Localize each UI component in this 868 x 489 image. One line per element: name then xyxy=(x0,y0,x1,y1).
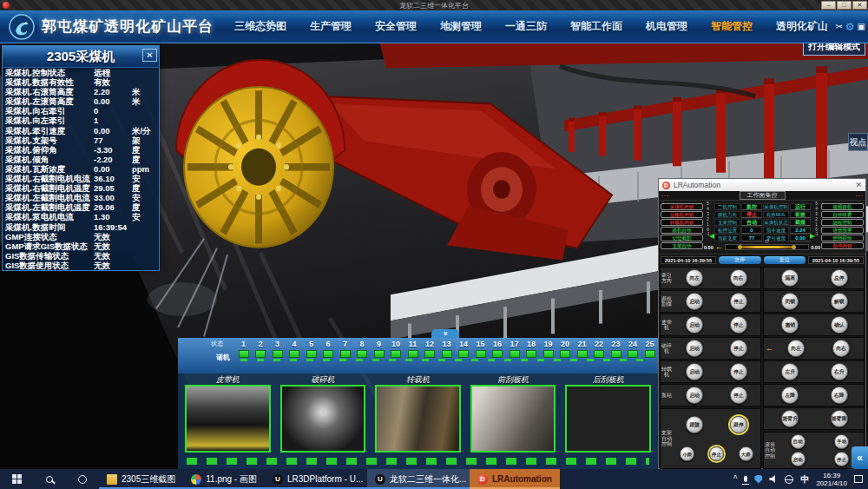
round-control-button[interactable]: 左升 xyxy=(781,363,799,380)
dock-window-icon[interactable]: ▣ xyxy=(858,23,865,31)
maximize-button[interactable]: □ xyxy=(837,1,852,10)
taskbar-app[interactable]: D LRAutomation xyxy=(470,469,560,489)
camera-feed[interactable] xyxy=(375,385,461,453)
round-control-button[interactable]: 停止 xyxy=(834,452,849,466)
round-control-button[interactable]: 跟停 xyxy=(730,416,747,433)
interlock-button[interactable]: 采煤机闭锁 xyxy=(661,203,703,210)
panel-header[interactable]: 2305采煤机 ✕ xyxy=(3,46,159,68)
round-control-button[interactable]: 左降 xyxy=(781,387,799,404)
round-control-button[interactable]: 大跟 xyxy=(739,446,753,461)
support-status-cell[interactable]: 23 xyxy=(609,340,622,358)
microphone-icon[interactable] xyxy=(744,476,747,482)
support-status-cell[interactable]: 16 xyxy=(491,340,504,358)
round-control-button[interactable]: 总停 xyxy=(831,269,848,287)
support-status-cell[interactable]: 24 xyxy=(627,340,640,358)
minimize-button[interactable]: – xyxy=(821,1,836,10)
tools-icon[interactable]: ✂ xyxy=(835,23,842,31)
speaker-icon[interactable] xyxy=(769,475,778,483)
support-status-cell[interactable]: 5 xyxy=(305,340,318,358)
taskbar-app[interactable]: 2305三维截图 xyxy=(99,469,183,489)
tray-chevron-icon[interactable]: ^ xyxy=(733,475,738,484)
round-control-button[interactable]: 解锁 xyxy=(831,293,848,310)
support-status-cell[interactable]: 7 xyxy=(339,340,352,358)
slider-track[interactable]: 77 xyxy=(725,244,810,250)
round-control-button[interactable]: 启动 xyxy=(686,316,703,334)
nav-menu-item[interactable]: 安全管理 xyxy=(375,19,417,34)
support-status-cell[interactable]: 6 xyxy=(322,340,335,358)
round-control-button[interactable]: 启动 xyxy=(686,363,703,380)
round-control-button[interactable]: 撤销 xyxy=(781,316,799,334)
nav-menu-item[interactable]: 智能工作面 xyxy=(570,19,622,34)
nav-menu-item[interactable]: 三维态势图 xyxy=(234,19,286,34)
camera-feed[interactable] xyxy=(185,385,271,453)
interlock-button[interactable]: 自动喷雾 xyxy=(821,211,864,218)
interlock-button[interactable]: 运输机闭锁 xyxy=(661,211,703,218)
support-status-cell[interactable]: 18 xyxy=(525,340,538,358)
interlock-button[interactable]: 急停闭锁 xyxy=(821,242,864,249)
round-control-button[interactable]: 停止 xyxy=(709,446,724,461)
round-control-button[interactable]: 确认 xyxy=(831,316,848,334)
support-status-cell[interactable]: 12 xyxy=(424,340,437,358)
reset-button[interactable]: 复位 xyxy=(764,256,806,264)
cortana-button[interactable] xyxy=(66,469,99,489)
network-icon[interactable] xyxy=(785,475,793,484)
nav-menu-item[interactable]: 地测管理 xyxy=(440,19,482,34)
round-control-button[interactable]: 停止 xyxy=(730,293,747,310)
camera-feed[interactable] xyxy=(565,385,651,453)
round-control-button[interactable]: 停止 xyxy=(730,363,747,380)
clock[interactable]: 16:39 2021/4/10 xyxy=(816,472,847,487)
round-control-button[interactable]: 右降 xyxy=(831,387,848,404)
right-collapse-chevron-icon[interactable]: « xyxy=(852,446,868,469)
camera-feed[interactable] xyxy=(280,385,366,453)
interlock-button[interactable]: 支架自动 xyxy=(661,242,703,249)
close-button[interactable]: ✕ xyxy=(852,1,867,10)
start-button[interactable] xyxy=(0,469,33,489)
action-center-icon[interactable] xyxy=(854,475,863,483)
nav-menu-item[interactable]: 一通三防 xyxy=(505,19,547,34)
viewpoint-tab[interactable]: 视点 xyxy=(848,133,868,151)
support-status-cell[interactable]: 13 xyxy=(440,340,453,358)
ime-indicator[interactable]: 中 xyxy=(800,473,809,486)
round-control-button[interactable]: 跟随 xyxy=(686,416,703,433)
interlock-button[interactable]: 跟机自动 xyxy=(661,227,703,234)
round-control-button[interactable]: 启动 xyxy=(686,340,703,357)
support-status-cell[interactable]: 1 xyxy=(237,340,250,358)
nav-menu-item[interactable]: 透明化矿山 xyxy=(776,19,828,34)
round-control-button[interactable]: 手动 xyxy=(834,434,849,449)
support-status-cell[interactable]: 2 xyxy=(254,340,267,358)
round-control-button[interactable]: 停止 xyxy=(730,316,747,334)
support-status-cell[interactable]: 15 xyxy=(474,340,487,358)
round-control-button[interactable]: 右升 xyxy=(831,363,848,380)
security-shield-icon[interactable] xyxy=(754,475,762,484)
taskbar-app[interactable]: U LR3DPlatform - U... xyxy=(265,469,367,489)
support-status-cell[interactable]: 14 xyxy=(457,340,470,358)
round-control-button[interactable]: 闭锁 xyxy=(781,293,799,310)
taskbar-app[interactable]: U 龙软二三维一体化... xyxy=(367,469,470,489)
camera-feed[interactable] xyxy=(470,385,556,453)
estop-button[interactable]: 急停 xyxy=(719,256,761,264)
support-status-cell[interactable]: 9 xyxy=(372,340,385,358)
round-control-button[interactable]: 向右 xyxy=(832,340,850,357)
interlock-button[interactable]: 转载机闭锁 xyxy=(661,219,703,226)
support-status-cell[interactable]: 17 xyxy=(508,340,521,358)
interlock-button[interactable]: 视频跟机 xyxy=(821,203,864,210)
round-control-button[interactable]: 停止 xyxy=(730,387,747,404)
round-control-button[interactable]: 启动 xyxy=(686,387,703,404)
lra-close-icon[interactable]: ✕ xyxy=(855,181,862,189)
search-button[interactable] xyxy=(33,469,66,489)
interlock-button[interactable]: 照明联动 xyxy=(821,235,864,241)
support-status-cell[interactable]: 10 xyxy=(390,340,403,358)
round-control-button[interactable]: 向右 xyxy=(730,269,747,287)
gear-icon[interactable]: ⚙ xyxy=(845,23,855,31)
support-status-cell[interactable]: 25 xyxy=(643,340,656,358)
close-icon[interactable]: ✕ xyxy=(142,49,157,62)
collapse-chevron-icon[interactable]: « xyxy=(431,329,459,338)
interlock-button[interactable]: 远程控制 xyxy=(821,219,864,226)
support-status-cell[interactable]: 11 xyxy=(406,340,419,358)
round-control-button[interactable]: 启动 xyxy=(791,452,806,466)
shearer-glyph-icon[interactable] xyxy=(740,246,793,248)
support-status-cell[interactable]: 19 xyxy=(542,340,555,358)
round-control-button[interactable]: 隔离 xyxy=(781,269,799,287)
workface-control-tab[interactable]: 工作面集控 xyxy=(740,191,786,200)
interlock-button[interactable]: 记忆截割 xyxy=(661,235,703,241)
